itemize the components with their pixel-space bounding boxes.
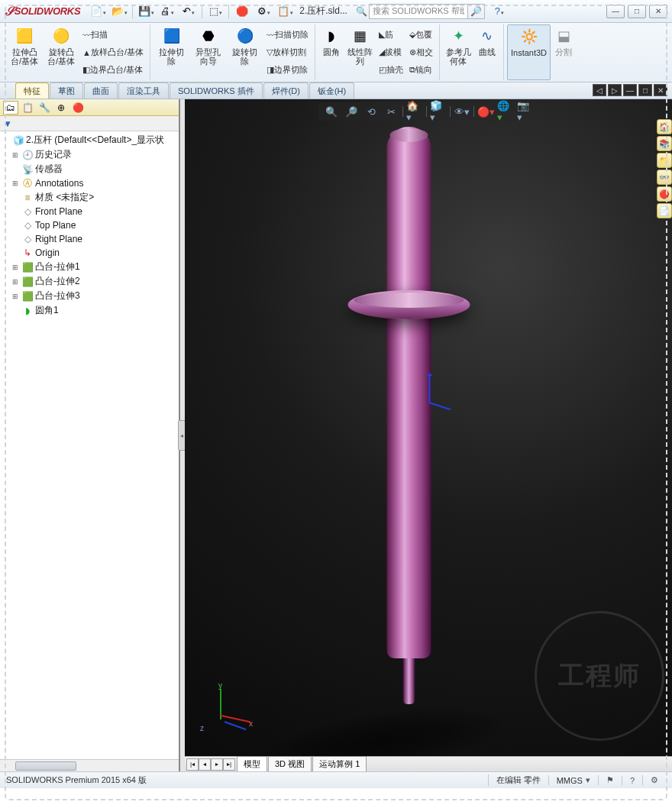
options-button[interactable]: ⚙▾ [254, 3, 273, 20]
status-help-icon[interactable]: ? [622, 776, 642, 785]
cut-revolve-button[interactable]: 🔵旋转切 除 [227, 24, 263, 80]
tab-first-button[interactable]: |◂ [186, 758, 199, 771]
feature-tree-tab[interactable]: 🗂 [3, 101, 18, 115]
tab-render[interactable]: 渲染工具 [118, 82, 169, 99]
render-icon[interactable]: 📷▾ [517, 104, 534, 119]
maximize-button[interactable]: □ [628, 5, 646, 18]
open-button[interactable]: 📂▾ [109, 3, 129, 20]
split-button[interactable]: ⬓分割 [551, 24, 577, 80]
vp-close-button[interactable]: ✕ [654, 84, 667, 96]
revolve-boss-button[interactable]: 🟡旋转凸 台/基体 [43, 24, 79, 80]
graphics-viewport[interactable]: 🔍 🔎 ⟲ ✂ 🏠▾ 🧊▾ 👁▾ 🔴▾ 🌐▾ 📷▾ 🏠 📚 📁 👓 🔴 📄 [185, 99, 672, 771]
vp-next-button[interactable]: ▷ [608, 84, 622, 96]
tree-origin[interactable]: ↳Origin [0, 246, 179, 260]
cut-sweep-button[interactable]: 〰扫描切除 [265, 28, 310, 41]
draft-button[interactable]: ◢拔模 [377, 46, 405, 59]
sweep-button[interactable]: 〰扫描 [81, 28, 145, 41]
tab-addins[interactable]: SOLIDWORKS 插件 [170, 82, 263, 99]
scene-icon[interactable]: 🌐▾ [497, 104, 514, 119]
taskpane-home-icon[interactable]: 🏠 [657, 119, 672, 134]
tree-material[interactable]: ≡材质 <未指定> [0, 190, 179, 205]
intersect-button[interactable]: ⊗相交 [408, 46, 435, 59]
undo-button[interactable]: ↶▾ [179, 3, 199, 20]
section-view-icon[interactable]: ✂ [383, 104, 399, 119]
taskpane-props-icon[interactable]: 📄 [657, 203, 672, 218]
zoom-area-icon[interactable]: 🔎 [343, 104, 360, 119]
bottom-tab-model[interactable]: 模型 [237, 756, 267, 771]
hide-show-icon[interactable]: 👁▾ [454, 104, 470, 119]
curves-button[interactable]: ∿曲线 [474, 24, 500, 80]
help-button[interactable]: ?▾ [489, 3, 509, 20]
appearance-tab[interactable]: 🔴 [70, 101, 86, 115]
print-button[interactable]: 🖨▾ [157, 3, 177, 20]
status-units[interactable]: MMGS ▾ [548, 775, 598, 785]
rebuild-button[interactable]: 🛑 [232, 3, 252, 20]
taskpane-explorer-icon[interactable]: 📁 [657, 153, 672, 168]
vp-min-button[interactable]: — [623, 84, 637, 96]
shell-button[interactable]: ◰抽壳 [377, 63, 405, 76]
new-button[interactable]: 📄▾ [88, 3, 108, 20]
taskpane-appearance-icon[interactable]: 🔴 [657, 186, 672, 202]
tree-feature-1[interactable]: ⊞🟩凸台-拉伸1 [0, 260, 179, 274]
cut-boundary-button[interactable]: ◨边界切除 [265, 63, 310, 76]
tab-sheetmetal[interactable]: 钣金(H) [309, 82, 354, 99]
display-style-icon[interactable]: 🧊▾ [430, 104, 447, 119]
taskpane-view-icon[interactable]: 👓 [657, 170, 672, 185]
mirror-button[interactable]: ⧉镜向 [408, 63, 435, 76]
ref-geometry-button[interactable]: ✦参考几 何体 [443, 24, 474, 80]
tab-sketch[interactable]: 草图 [50, 82, 83, 99]
tree-feature-2[interactable]: ⊞🟩凸台-拉伸2 [0, 274, 179, 289]
vp-max-button[interactable]: □ [638, 84, 652, 96]
fillet-button[interactable]: ◗圆角 [318, 24, 344, 80]
wrap-button[interactable]: ⬙包覆 [408, 28, 435, 41]
view-triad[interactable]: y x z [205, 687, 250, 733]
loft-button[interactable]: ▲放样凸台/基体 [81, 46, 145, 59]
model-3d[interactable] [387, 127, 470, 704]
prev-view-icon[interactable]: ⟲ [363, 104, 380, 119]
cut-loft-button[interactable]: ▽放样切割 [265, 46, 310, 59]
tree-annotations[interactable]: ⊞ⒶAnnotations [0, 176, 179, 190]
appearance-icon[interactable]: 🔴▾ [477, 104, 494, 119]
tab-weldments[interactable]: 焊件(D) [263, 82, 309, 99]
panel-scrollbar[interactable] [0, 759, 179, 771]
property-tab[interactable]: 📋 [20, 101, 35, 115]
tree-right-plane[interactable]: ◇Right Plane [0, 232, 179, 246]
settings-button[interactable]: 📋▾ [275, 3, 295, 20]
tree-feature-3[interactable]: ⊞🟩凸台-拉伸3 [0, 289, 179, 303]
tree-root[interactable]: 🧊2.压杆 (Default<<Default>_显示状 [0, 133, 179, 147]
search-go-button[interactable]: 🔎 [468, 4, 485, 19]
bottom-tab-3dview[interactable]: 3D 视图 [268, 756, 312, 771]
tree-filter-bar[interactable]: ▼ [0, 116, 179, 131]
tab-next-button[interactable]: ▸ [211, 758, 223, 771]
search-input[interactable] [369, 4, 468, 19]
bottom-tab-motion[interactable]: 运动算例 1 [312, 756, 367, 771]
tree-fillet-1[interactable]: ◗圆角1 [0, 303, 179, 318]
tree-top-plane[interactable]: ◇Top Plane [0, 218, 179, 232]
boundary-button[interactable]: ◧边界凸台/基体 [81, 63, 145, 76]
close-button[interactable]: ✕ [649, 5, 667, 18]
status-flag-icon[interactable]: ⚑ [598, 775, 622, 785]
cut-extrude-button[interactable]: 🟦拉伸切 除 [153, 24, 190, 80]
hole-wizard-button[interactable]: ⬣异型孔 向导 [190, 24, 227, 80]
zoom-fit-icon[interactable]: 🔍 [323, 104, 340, 119]
taskpane-library-icon[interactable]: 📚 [657, 136, 672, 151]
vp-prev-button[interactable]: ◁ [593, 84, 606, 96]
extrude-boss-button[interactable]: 🟨拉伸凸 台/基体 [6, 24, 43, 80]
view-orientation-icon[interactable]: 🏠▾ [406, 104, 423, 119]
tab-last-button[interactable]: ▸| [223, 758, 235, 771]
linear-pattern-button[interactable]: ▦线性阵 列 [344, 24, 376, 80]
save-button[interactable]: 💾▾ [136, 3, 156, 20]
tab-surfaces[interactable]: 曲面 [84, 82, 118, 99]
display-tab[interactable]: ⊕ [53, 101, 69, 115]
tree-front-plane[interactable]: ◇Front Plane [0, 205, 179, 218]
tab-features[interactable]: 特征 [15, 82, 49, 99]
select-button[interactable]: ⬚▾ [205, 3, 225, 20]
rib-button[interactable]: ◣筋 [377, 28, 405, 41]
tree-sensors[interactable]: 📡传感器 [0, 162, 179, 176]
tab-prev-button[interactable]: ◂ [199, 758, 211, 771]
instant3d-button[interactable]: 🔆Instant3D [507, 24, 551, 80]
config-tab[interactable]: 🔧 [37, 101, 52, 115]
status-custom-icon[interactable]: ⚙ [642, 775, 666, 785]
minimize-button[interactable]: — [606, 5, 625, 18]
tree-history[interactable]: ⊞🕘历史记录 [0, 147, 179, 162]
